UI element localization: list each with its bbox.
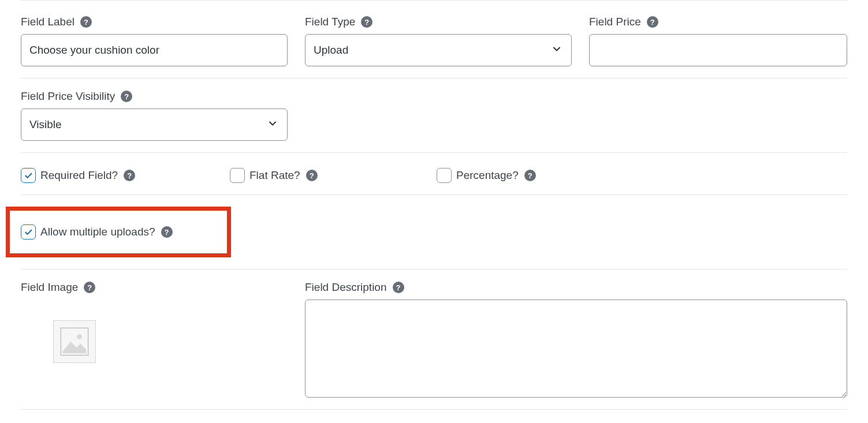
field-description-textarea[interactable] (305, 300, 847, 398)
help-icon[interactable]: ? (121, 91, 132, 102)
help-icon[interactable]: ? (84, 282, 95, 293)
allow-multiple-uploads-label: Allow multiple uploads? (40, 226, 155, 238)
flat-rate-label: Flat Rate? (249, 169, 300, 182)
required-field-checkbox[interactable] (21, 168, 36, 183)
allow-multiple-uploads-checkbox[interactable] (21, 224, 36, 239)
percentage-label: Percentage? (456, 169, 519, 182)
field-image-label: Field Image (21, 281, 78, 294)
field-type-select[interactable] (305, 34, 572, 66)
required-field-label: Required Field? (40, 169, 118, 182)
field-price-visibility-label: Field Price Visibility (21, 90, 115, 103)
flat-rate-checkbox[interactable] (230, 168, 245, 183)
field-price-label: Field Price (589, 16, 641, 28)
help-icon[interactable]: ? (306, 170, 318, 181)
field-label-label: Field Label (21, 16, 74, 28)
svg-point-1 (77, 334, 81, 339)
help-icon[interactable]: ? (80, 16, 92, 28)
field-image-placeholder[interactable] (53, 320, 96, 363)
help-icon[interactable]: ? (524, 170, 536, 181)
help-icon[interactable]: ? (361, 16, 372, 28)
field-description-label: Field Description (305, 281, 387, 294)
help-icon[interactable]: ? (393, 282, 404, 293)
help-icon[interactable]: ? (161, 226, 173, 238)
help-icon[interactable]: ? (647, 16, 658, 28)
percentage-checkbox[interactable] (437, 168, 452, 183)
field-price-input[interactable] (589, 34, 847, 66)
help-icon[interactable]: ? (124, 170, 135, 181)
field-type-label: Field Type (305, 16, 355, 28)
highlight-annotation: Allow multiple uploads? ? (6, 207, 231, 257)
field-label-input[interactable] (21, 34, 288, 66)
field-price-visibility-select[interactable] (21, 108, 288, 141)
